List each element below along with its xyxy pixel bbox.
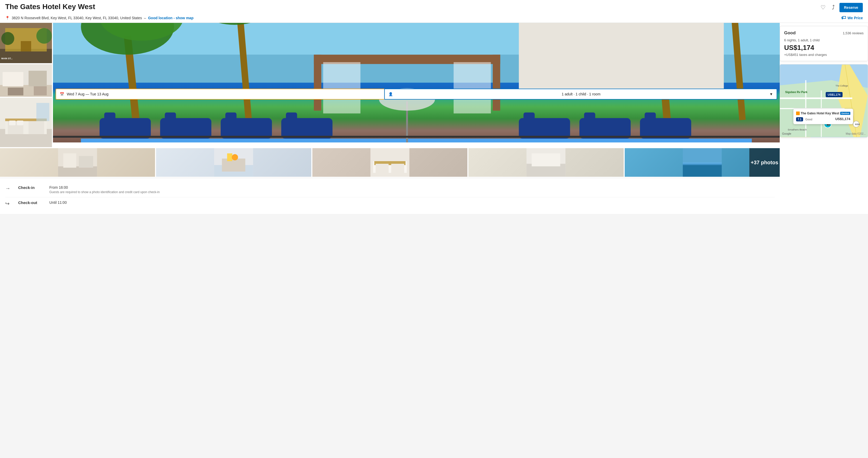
photo-thumb-1[interactable]: MAIN ST... — [0, 23, 52, 63]
svg-rect-63 — [286, 113, 297, 120]
pool-photo[interactable] — [53, 23, 780, 142]
svg-rect-61 — [225, 113, 237, 120]
svg-text:A1A: A1A — [855, 123, 860, 125]
svg-point-82 — [232, 154, 238, 161]
price-taxes: +US$451 taxes and charges — [784, 53, 864, 57]
checkin-time: From 16:00 — [49, 185, 160, 190]
svg-rect-75 — [58, 166, 97, 177]
photo-thumb-2[interactable] — [0, 64, 52, 97]
heart-button[interactable]: ♡ — [819, 3, 827, 12]
checkin-note: Guests are required to show a photo iden… — [49, 190, 160, 194]
svg-text:The College: The College — [836, 84, 848, 87]
svg-rect-68 — [640, 118, 691, 139]
svg-rect-77 — [79, 156, 93, 168]
map-copyright: Map data ©202... — [846, 132, 866, 135]
svg-rect-80 — [222, 159, 245, 172]
svg-rect-87 — [391, 164, 404, 173]
svg-rect-9 — [3, 72, 23, 86]
svg-rect-20 — [17, 121, 23, 125]
map-background: A1A Sigsbee Rv Park The College Smathers… — [780, 64, 868, 137]
svg-rect-11 — [8, 88, 23, 95]
popup-rating-label: Good — [805, 118, 812, 121]
svg-rect-58 — [160, 118, 211, 139]
svg-rect-12 — [34, 86, 47, 95]
svg-rect-62 — [281, 118, 332, 139]
svg-rect-90 — [532, 153, 560, 166]
svg-text:MAIN ST...: MAIN ST... — [1, 57, 13, 60]
guest-input[interactable]: 👤 1 adult · 1 child · 1 room ▼ — [384, 89, 777, 99]
svg-rect-52 — [323, 62, 361, 113]
share-button[interactable]: ⤴ — [830, 3, 836, 12]
checkin-info-section: → Check-in From 16:00 Guests are require… — [0, 178, 780, 214]
photo-thumb-3[interactable] — [0, 98, 52, 147]
rating-label: Good — [784, 30, 796, 36]
tag-icon: 🏷 — [841, 15, 846, 21]
svg-rect-56 — [99, 118, 151, 139]
svg-rect-60 — [221, 118, 272, 139]
heart-icon: ♡ — [820, 4, 826, 11]
popup-hotel-name: The Gates Hotel Key West Genius — [796, 112, 850, 115]
checkin-label: Check-in — [18, 185, 44, 190]
popup-score: 7.1 — [796, 117, 803, 121]
price-card: Good 1,536 reviews 6 nights, 1 adult, 1 … — [780, 26, 868, 61]
strip-photo-4[interactable] — [468, 148, 623, 177]
chevron-down-icon: ▼ — [769, 92, 773, 96]
we-price-badge[interactable]: 🏷 We Price — [841, 15, 863, 21]
search-bar-overlay: 📅 Wed 7 Aug — Tue 13 Aug 👤 1 adult · 1 c… — [56, 89, 777, 99]
strip-photo-1[interactable] — [0, 148, 155, 177]
svg-rect-76 — [63, 153, 76, 168]
guest-value: 1 adult · 1 child · 1 room — [562, 92, 600, 96]
svg-rect-51 — [493, 55, 500, 111]
popup-price: US$1,174 — [835, 117, 850, 121]
svg-rect-65 — [523, 113, 535, 120]
popup-thumb-icon — [796, 112, 800, 115]
svg-rect-5 — [21, 41, 31, 52]
popup-rating-row: 7.1 Good US$1,174 — [796, 117, 850, 121]
svg-text:Sigsbee Rv Park: Sigsbee Rv Park — [785, 90, 808, 93]
map-price-marker[interactable]: US$1,174 — [826, 92, 842, 97]
price-main: US$1,174 — [784, 44, 864, 52]
main-photo-area: 📅 Wed 7 Aug — Tue 13 Aug 👤 1 adult · 1 c… — [53, 23, 780, 147]
svg-point-3 — [1, 32, 14, 45]
review-count: 1,536 reviews — [843, 31, 864, 35]
svg-rect-66 — [579, 118, 630, 139]
guest-icon: 👤 — [389, 92, 393, 96]
svg-point-4 — [36, 28, 52, 44]
map-card[interactable]: A1A Sigsbee Rv Park The College Smathers… — [780, 64, 868, 138]
reserve-button[interactable]: Reserve — [839, 3, 863, 12]
svg-rect-57 — [104, 113, 115, 120]
svg-rect-19 — [9, 121, 16, 125]
svg-rect-55 — [81, 139, 752, 142]
svg-rect-21 — [36, 103, 49, 121]
svg-rect-33 — [519, 23, 724, 92]
map-area[interactable]: A1A Sigsbee Rv Park The College Smathers… — [780, 64, 868, 137]
svg-rect-18 — [29, 121, 44, 134]
more-photos-button[interactable]: +37 photos — [749, 148, 780, 177]
svg-rect-93 — [683, 163, 721, 165]
checkout-row: ↪ Check-out Until 11:00 — [5, 197, 775, 210]
svg-rect-67 — [584, 113, 595, 120]
svg-rect-86 — [375, 164, 389, 173]
checkout-icon: ↪ — [5, 200, 13, 207]
hotel-title: The Gates Hotel Key West — [5, 3, 95, 11]
calendar-icon: 📅 — [60, 92, 64, 96]
right-panel: Good 1,536 reviews 6 nights, 1 adult, 1 … — [780, 23, 868, 214]
date-input[interactable]: 📅 Wed 7 Aug — Tue 13 Aug — [56, 89, 384, 99]
photo-strip: +37 photos — [0, 148, 780, 177]
svg-rect-81 — [227, 153, 232, 161]
checkout-label: Check-out — [18, 200, 44, 205]
checkin-icon: → — [5, 185, 13, 191]
svg-rect-50 — [314, 55, 321, 111]
strip-photo-3[interactable] — [312, 148, 467, 177]
checkin-row: → Check-in From 16:00 Guests are require… — [5, 182, 775, 197]
strip-photo-5[interactable]: +37 photos — [625, 148, 780, 177]
hotel-popup: The Gates Hotel Key West Genius 7.1 Good… — [793, 109, 853, 124]
svg-rect-92 — [683, 164, 721, 177]
left-photo-column: MAIN ST... — [0, 23, 52, 147]
svg-rect-53 — [454, 62, 491, 113]
location-link[interactable]: Good location - show map — [148, 16, 193, 20]
svg-rect-69 — [645, 113, 656, 120]
strip-photo-2[interactable] — [156, 148, 311, 177]
genius-badge: Genius — [840, 112, 850, 115]
svg-rect-10 — [29, 71, 47, 86]
